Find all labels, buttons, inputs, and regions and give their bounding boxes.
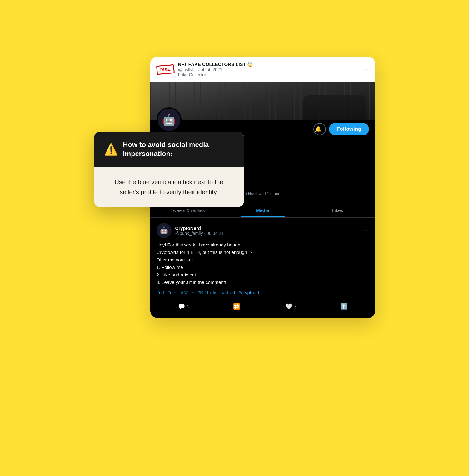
warning-body: Use the blue verification tick next to t… [94,167,244,207]
avatar-image: 🤖 [158,109,180,131]
notify-button[interactable]: 🔔+ [313,123,326,135]
reply-action[interactable]: 💬 1 [178,303,189,310]
hashtag-cryptoart[interactable]: #cryptoart [238,290,259,295]
like-icon: 🤍 [285,303,292,310]
main-scene: FAKE! NFT FAKE COLLECTORS LIST 🤯 @ListNf… [94,38,375,438]
share-icon: ⬆️ [340,303,347,310]
bell-icon: 🔔 [315,126,322,133]
likes-count: 7 [294,304,297,309]
like-action[interactable]: 🤍 7 [285,303,297,310]
tweet-hashtags: #nft #defi #NFTs #NFTartist #nftart #cry… [157,290,369,295]
tweet-account-subtitle: Fake Collector [178,72,206,77]
share-action[interactable]: ⬆️ [340,303,347,310]
tweet-handle-date: @ListNft · Jul 24, 2021 [178,67,222,72]
tweet-dots[interactable]: ··· [364,227,369,234]
hashtag-defi[interactable]: #defi [167,290,178,295]
warning-card: ⚠️ How to avoid social media impersonati… [94,132,244,207]
retweet-action[interactable]: 🔁 [233,303,242,310]
tweet-text: Hey! For this week I have already bought… [157,241,369,286]
warning-icon: ⚠️ [104,143,118,156]
hashtag-nfts[interactable]: #NFTs [181,290,194,295]
tweet-handle-date: @punk_family · 06.04.21 [175,231,360,236]
tweet-outer-dots[interactable]: ··· [364,66,369,73]
tweet-outer-header: FAKE! NFT FAKE COLLECTORS LIST 🤯 @ListNf… [150,57,375,82]
following-button[interactable]: Following [329,123,369,135]
profile-actions: 🔔+ Following [313,107,369,135]
tweet-header-info: NFT FAKE COLLECTORS LIST 🤯 @ListNft · Ju… [178,62,360,77]
tweet-avatar: 🤖 [157,223,172,238]
retweet-icon: 🔁 [233,303,240,310]
tweet-content: 🤖 CryptoNerd @punk_family · 06.04.21 ···… [150,218,375,318]
tweet-actions: 💬 1 🔁 🤍 7 ⬆️ [157,300,369,313]
replies-count: 1 [187,304,189,309]
tweet-account-meta: @ListNft · Jul 24, 2021 Fake Collector [178,67,360,77]
tweet-inner-header: 🤖 CryptoNerd @punk_family · 06.04.21 ··· [157,223,369,238]
tweet-display-name: CryptoNerd [175,225,360,231]
reply-icon: 💬 [178,303,185,310]
fake-badge: FAKE! [156,64,174,75]
tweet-account-name: NFT FAKE COLLECTORS LIST 🤯 [178,62,360,67]
warning-header: ⚠️ How to avoid social media impersonati… [94,132,244,167]
warning-title: How to avoid social media impersonation: [123,140,234,158]
tab-likes[interactable]: Likes [300,203,375,217]
hashtag-nftart[interactable]: #nftart [222,290,235,295]
profile-header-row: 🤖 🔔+ Following [150,107,375,135]
avatar: 🤖 [157,107,182,132]
hashtag-nft[interactable]: #nft [157,290,164,295]
tweet-user-info: CryptoNerd @punk_family · 06.04.21 [175,225,360,236]
hashtag-nftartist[interactable]: #NFTartist [197,290,219,295]
warning-body-text: Use the blue verification tick next to t… [107,177,232,197]
